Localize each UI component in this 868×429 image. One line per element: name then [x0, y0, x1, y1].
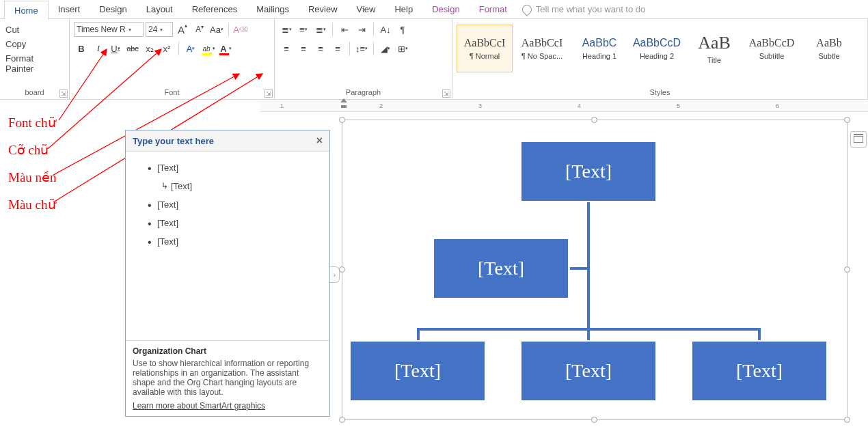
- align-right-button[interactable]: ≡: [313, 41, 328, 56]
- smartart-canvas[interactable]: [Text] [Text] [Text] [Text] [Text]: [342, 120, 847, 420]
- paragraph-dialog-launcher[interactable]: ⇲: [442, 89, 450, 98]
- paragraph-group-label: Paragraph: [279, 87, 448, 98]
- tab-insert[interactable]: Insert: [49, 0, 90, 19]
- font-name-combo[interactable]: Times New R▾: [74, 22, 144, 37]
- smartart-text-pane: Type your text here × [Text] [Text] [Tex…: [125, 130, 330, 417]
- subscript-button[interactable]: x₂: [142, 41, 157, 56]
- change-case-button[interactable]: Aa▾: [209, 22, 224, 37]
- annotation-size: Cỡ chữ: [8, 142, 49, 158]
- resize-handle[interactable]: [339, 117, 345, 123]
- text-pane-item[interactable]: [Text]: [130, 195, 325, 214]
- grow-font-button[interactable]: A▴: [175, 22, 190, 37]
- tell-me-search[interactable]: Tell me what you want to do: [522, 4, 645, 14]
- font-size-combo[interactable]: 24▾: [146, 22, 173, 37]
- indent-marker-icon[interactable]: [340, 101, 347, 108]
- numbering-button[interactable]: ≡▾: [296, 22, 311, 37]
- copy-button[interactable]: Copy: [5, 39, 64, 49]
- line-spacing-button[interactable]: ↕≡▾: [354, 41, 369, 56]
- styles-gallery[interactable]: AaBbCcI¶ NormalAaBbCcI¶ No Spac...AaBbCH…: [457, 22, 863, 75]
- clear-formatting-button[interactable]: A⌫: [233, 22, 248, 37]
- text-pane-item[interactable]: [Text]: [130, 232, 325, 251]
- align-center-button[interactable]: ≡: [296, 41, 311, 56]
- text-effects-button[interactable]: A▾: [183, 41, 198, 56]
- resize-handle[interactable]: [591, 417, 597, 423]
- text-pane-item[interactable]: [Text]: [130, 214, 325, 232]
- align-left-button[interactable]: ≡: [279, 41, 294, 56]
- tab-smartart-format[interactable]: Format: [470, 0, 517, 19]
- font-dialog-launcher[interactable]: ⇲: [265, 89, 273, 98]
- style-name-label: Subtitle: [759, 52, 785, 60]
- tab-home[interactable]: Home: [4, 1, 49, 20]
- text-pane-item[interactable]: [Text]: [130, 158, 325, 177]
- layout-options-button[interactable]: [850, 131, 867, 148]
- org-node-child[interactable]: [Text]: [520, 340, 657, 402]
- justify-button[interactable]: ≡: [330, 41, 345, 56]
- style-item[interactable]: AaBbCHeading 1: [571, 25, 627, 72]
- tab-review[interactable]: Review: [299, 0, 347, 19]
- smartart-learn-more-link[interactable]: Learn more about SmartArt graphics: [133, 401, 323, 411]
- increase-indent-button[interactable]: ⇥: [354, 22, 369, 37]
- font-color-button[interactable]: A ▾: [217, 41, 232, 56]
- fontcolor-swatch: [219, 53, 229, 55]
- resize-handle[interactable]: [844, 266, 850, 273]
- ruler-tick: 4: [578, 102, 581, 109]
- tab-mailings[interactable]: Mailings: [247, 0, 299, 19]
- style-item[interactable]: AaBbCcI¶ No Spac...: [514, 25, 570, 72]
- highlight-color-button[interactable]: ab ▾: [200, 41, 215, 56]
- superscript-button[interactable]: x²: [159, 41, 174, 56]
- style-item[interactable]: AaBTitle: [686, 25, 742, 72]
- strikethrough-button[interactable]: abc: [125, 41, 140, 56]
- style-item[interactable]: AaBbCcDSubtitle: [744, 25, 800, 72]
- highlight-swatch: [202, 53, 212, 55]
- text-pane-body[interactable]: [Text] [Text] [Text] [Text] [Text]: [126, 152, 329, 340]
- style-item[interactable]: AaBbCcDHeading 2: [629, 25, 685, 72]
- borders-button[interactable]: ⊞▾: [395, 41, 410, 56]
- horizontal-ruler[interactable]: 1 2 3 4 5 6: [260, 100, 868, 112]
- style-name-label: Subtle: [818, 52, 839, 60]
- shrink-font-button[interactable]: A▾: [192, 22, 207, 37]
- decrease-indent-button[interactable]: ⇤: [337, 22, 352, 37]
- shading-button[interactable]: ◢▾: [378, 41, 393, 56]
- tab-help[interactable]: Help: [385, 0, 422, 19]
- org-node-child[interactable]: [Text]: [349, 340, 486, 402]
- resize-handle[interactable]: [591, 117, 597, 123]
- style-item[interactable]: AaBbCcI¶ Normal: [457, 25, 513, 72]
- cut-button[interactable]: Cut: [5, 25, 64, 35]
- tab-layout[interactable]: Layout: [137, 0, 182, 19]
- bold-button[interactable]: B: [74, 41, 89, 56]
- tab-design[interactable]: Design: [90, 0, 136, 19]
- resize-handle[interactable]: [339, 266, 345, 273]
- underline-button[interactable]: U▾: [108, 41, 123, 56]
- org-node-top[interactable]: [Text]: [520, 141, 657, 202]
- sort-button[interactable]: A↓: [378, 22, 393, 37]
- multilevel-list-button[interactable]: ≣▾: [313, 22, 328, 37]
- text-pane-info-body: Use to show hierarchical information or …: [133, 359, 323, 397]
- org-node-child[interactable]: [Text]: [691, 340, 828, 402]
- tab-smartart-design[interactable]: Design: [422, 0, 469, 19]
- resize-handle[interactable]: [844, 117, 850, 123]
- ruler-tick: 6: [776, 102, 779, 109]
- style-preview: AaBbCcD: [749, 37, 795, 49]
- show-marks-button[interactable]: ¶: [395, 22, 410, 37]
- resize-handle[interactable]: [339, 417, 345, 423]
- italic-button[interactable]: I: [91, 41, 106, 56]
- tab-references[interactable]: References: [182, 0, 247, 19]
- text-pane-toggle[interactable]: ›: [330, 266, 340, 283]
- close-icon[interactable]: ×: [316, 135, 323, 147]
- text-pane-info-title: Organization Chart: [133, 346, 323, 356]
- tab-view[interactable]: View: [347, 0, 385, 19]
- resize-handle[interactable]: [844, 417, 850, 423]
- style-preview: AaBbCcI: [521, 37, 562, 49]
- chevron-down-icon: ▾: [160, 27, 163, 33]
- text-pane-item[interactable]: [Text]: [130, 177, 325, 195]
- font-group-label: Font: [74, 87, 270, 98]
- format-painter-button[interactable]: Format Painter: [5, 53, 64, 74]
- underline-label: U: [111, 44, 117, 54]
- style-item[interactable]: AaBbSubtle: [801, 25, 857, 72]
- connector-line: [587, 201, 590, 328]
- clipboard-dialog-launcher[interactable]: ⇲: [59, 89, 68, 98]
- style-preview: AaB: [698, 33, 731, 53]
- bullets-button[interactable]: ≣▾: [279, 22, 294, 37]
- org-node-assistant[interactable]: [Text]: [433, 238, 569, 299]
- style-preview: AaBb: [816, 37, 841, 49]
